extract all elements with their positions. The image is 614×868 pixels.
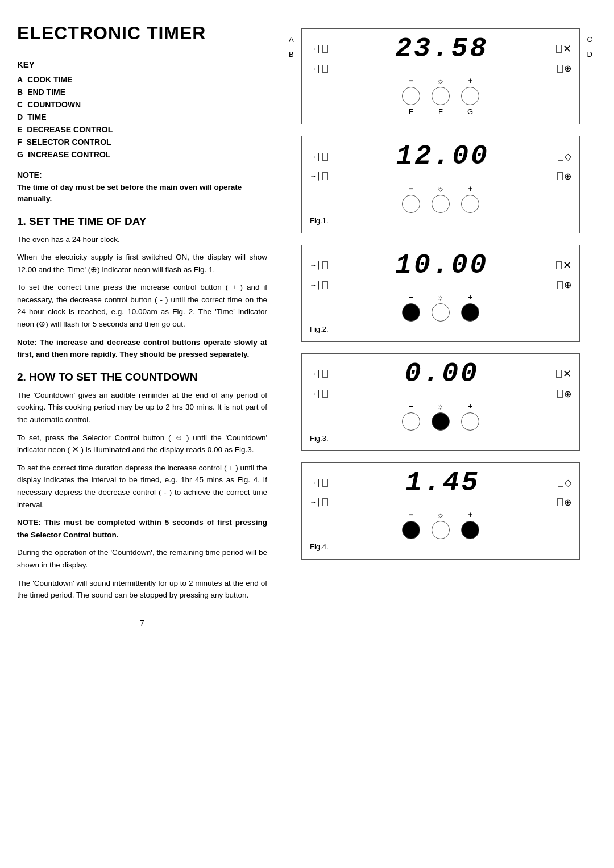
increase-btn-fig2[interactable]	[461, 303, 479, 322]
decrease-btn-fig3[interactable]	[402, 412, 420, 431]
decrease-btn-main[interactable]	[402, 87, 420, 105]
fig1-rect-a-r	[558, 153, 563, 161]
display-row-a: →│ 23.58 ✕	[310, 35, 571, 63]
plus-sym-main: +	[468, 76, 472, 85]
selector-btn-fig4[interactable]	[432, 521, 450, 539]
note-text: The time of day must be set before the m…	[17, 182, 267, 205]
selector-sym-fig4: ☼	[437, 510, 445, 519]
snowflake-icon: ✕	[563, 43, 571, 55]
fig3-rect-a-r	[556, 370, 562, 378]
fig4-rect-a-r	[558, 479, 563, 487]
key-label-b: END TIME	[27, 87, 65, 97]
ctrl-selector-main: ☼	[432, 76, 450, 105]
fig3-left-b: →│	[310, 390, 328, 398]
section1-p2: When the electricity supply is first swi…	[17, 251, 267, 276]
minus-sym-fig4: −	[409, 510, 413, 519]
fig3-right-b: ⊕	[557, 389, 571, 399]
decrease-btn-fig1[interactable]	[402, 195, 420, 213]
selector-btn-fig2[interactable]	[432, 303, 450, 322]
key-item-g: G INCREASE CONTROL	[17, 150, 267, 159]
key-item-d: D TIME	[17, 112, 267, 122]
fig4-display-rows: →│ 1.45 ◇ →│	[310, 469, 571, 508]
label-c: C	[587, 35, 592, 44]
fig3-wrapper: →│ 0.00 ✕ →│	[301, 353, 580, 450]
increase-btn-fig1[interactable]	[461, 195, 479, 213]
selector-btn-main[interactable]	[432, 87, 450, 105]
increase-btn-main[interactable]	[461, 87, 479, 105]
fig2-right-a: ✕	[556, 259, 571, 272]
controls-row-fig3: − ☼ +	[310, 402, 571, 431]
selector-btn-fig1[interactable]	[432, 195, 450, 213]
page-number: 7	[17, 619, 267, 628]
key-item-b: B END TIME	[17, 87, 267, 97]
fig2-right-b: ⊕	[557, 279, 571, 290]
fig2-display-rows: →│ 10.00 ✕ →│	[310, 251, 571, 290]
label-g: G	[461, 107, 479, 116]
fig3-display: 0.00	[330, 360, 554, 388]
key-label-g: INCREASE CONTROL	[28, 150, 110, 159]
fig3-right-a: ✕	[556, 368, 571, 380]
key-letter-a: A	[17, 75, 23, 84]
fig3-display-rows: →│ 0.00 ✕ →│	[310, 360, 571, 399]
key-section: KEY A COOK TIME B END TIME C COUNTDOWN D…	[17, 60, 267, 159]
fig3-rect-b	[322, 390, 328, 398]
fig4-rect-b	[322, 498, 328, 506]
section2-p1: The 'Countdown' gives an audible reminde…	[17, 389, 267, 426]
fig2-rect-a-r	[556, 261, 562, 269]
arrow-fig3-b: →│	[310, 390, 321, 398]
key-label-e: DECREASE CONTROL	[27, 125, 113, 134]
row-a-left: →│	[310, 45, 328, 53]
fig1-rect-b-r	[557, 172, 563, 180]
indicator-rect-b	[322, 65, 328, 73]
section2-p3: To set the correct time duration depress…	[17, 462, 267, 511]
indicator-rect-b-right	[557, 65, 563, 73]
ctrl-decrease-main: −	[402, 76, 420, 105]
selector-btn-fig3[interactable]	[432, 412, 450, 431]
key-item-e: E DECREASE CONTROL	[17, 125, 267, 134]
fig1-rect-b	[322, 172, 328, 180]
ctrl-selector-fig2: ☼	[432, 293, 450, 322]
diamond-icon-fig1: ◇	[565, 151, 571, 162]
fig4-panel: →│ 1.45 ◇ →│	[301, 462, 580, 560]
row-a-right: ✕	[556, 43, 571, 55]
arrow-fig4-b: →│	[310, 498, 321, 506]
key-letter-c: C	[17, 100, 23, 109]
diamond-icon-fig4: ◇	[565, 477, 571, 488]
key-letter-e: E	[17, 125, 22, 134]
fig3-left-a: →│	[310, 370, 328, 378]
fig4-display: 1.45	[330, 469, 556, 497]
clock-icon-fig1: ⊕	[564, 171, 571, 182]
fig1-rect-a	[322, 153, 328, 161]
fig2-rect-b-r	[557, 281, 563, 289]
fig3-row-b: →│ ⊕	[310, 389, 571, 399]
label-a: A	[289, 35, 294, 44]
section2-p2: To set, press the Selector Control butto…	[17, 432, 267, 456]
page-title: ELECTRONIC TIMER	[17, 23, 267, 44]
ctrl-selector-fig1: ☼	[432, 184, 450, 213]
fig1-panel: →│ 12.00 ◇ →│	[301, 136, 580, 233]
controls-row-fig4: − ☼ +	[310, 510, 571, 539]
increase-btn-fig3[interactable]	[461, 412, 479, 431]
display-row-b: →│ ⊕	[310, 63, 571, 74]
fig1-row-a: →│ 12.00 ◇	[310, 142, 571, 170]
increase-btn-fig4[interactable]	[461, 521, 479, 539]
section1-p1: The oven has a 24 hour clock.	[17, 233, 267, 246]
section2-p5: The 'Countdown' will sound intermittentl…	[17, 577, 267, 602]
key-letter-b: B	[17, 87, 23, 97]
note-title: NOTE:	[17, 170, 267, 180]
ctrl-increase-fig4: +	[461, 510, 479, 539]
clock-icon-fig3: ⊕	[564, 389, 571, 399]
key-label-f: SELECTOR CONTROL	[27, 137, 111, 147]
key-item-c: C COUNTDOWN	[17, 100, 267, 109]
fig4-rect-b-r	[557, 498, 563, 506]
fig2-left-a: →│	[310, 261, 328, 269]
arrow-fig4-a: →│	[310, 479, 321, 487]
fig4-wrapper: →│ 1.45 ◇ →│	[301, 462, 580, 560]
controls-row-fig2: − ☼ +	[310, 293, 571, 322]
decrease-btn-fig4[interactable]	[402, 521, 420, 539]
decrease-btn-fig2[interactable]	[402, 303, 420, 322]
ctrl-increase-fig3: +	[461, 402, 479, 431]
key-title: KEY	[17, 60, 267, 69]
fig1-row-b: →│ ⊕	[310, 171, 571, 182]
key-label-c: COUNTDOWN	[27, 100, 81, 109]
